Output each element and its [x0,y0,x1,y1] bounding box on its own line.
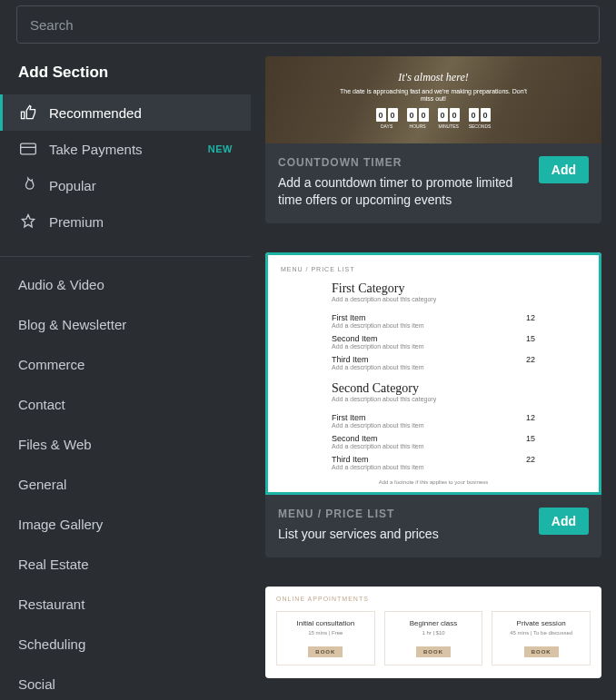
preview-heading: It's almost here! [398,71,468,84]
sidebar-item-label: Popular [49,178,233,193]
book-button: BOOK [416,646,451,657]
sidebar-item-recommended[interactable]: Recommended [0,94,251,131]
card-countdown-timer: It's almost here! The date is approachin… [265,56,601,223]
digit: 0 [481,108,491,122]
menu-item-desc: Add a description about this item [332,364,424,370]
menu-item-price: 22 [526,355,535,364]
appointment-card: Private session 45 mins | To be discusse… [492,611,591,665]
search-input[interactable] [16,5,600,44]
menu-item-row: Second ItemAdd a description about this … [332,330,535,351]
preview-appointments[interactable]: ONLINE APPOINTMENTS Initial consultation… [265,587,601,678]
menu-item-price: 15 [526,434,535,443]
menu-item-name: First Item [332,413,424,422]
sidebar: Add Section Recommended Take Payments NE… [0,44,251,700]
menu-item-row: First ItemAdd a description about this i… [332,409,535,430]
sidebar-item-premium[interactable]: Premium [0,203,251,240]
category-item-files-web[interactable]: Files & Web [0,424,251,464]
sidebar-item-label: Premium [49,214,233,230]
sidebar-item-label: Take Payments [49,142,208,157]
digit-label: SECONDS [469,123,492,129]
card-desc: List your services and prices [278,526,530,543]
category-item-image-gallery[interactable]: Image Gallery [0,504,251,544]
appointment-detail: 45 mins | To be discussed [498,630,584,636]
divider [0,256,251,257]
digit: 0 [388,108,398,122]
countdown-digits: 0 0 DAYS 0 0 HOURS [376,108,492,129]
digit: 0 [419,108,429,122]
new-badge: NEW [208,143,233,154]
menu-item-price: 12 [526,413,535,422]
preview-subtext: The date is approaching fast and we're m… [333,88,533,104]
menu-category-title: First Category [332,281,535,296]
thumbs-up-icon [18,103,38,123]
appointment-card: Initial consultation 15 mins | Free BOOK [276,611,375,665]
card-title: MENU / PRICE LIST [278,508,530,520]
sidebar-item-label: Recommended [49,105,233,121]
section-title: Add Section [0,64,251,94]
digit-label: DAYS [376,123,398,129]
menu-item-row: First ItemAdd a description about this i… [332,310,535,330]
book-button: BOOK [524,646,559,657]
appointment-card: Beginner class 1 hr | $10 BOOK [384,611,483,665]
menu-item-row: Second ItemAdd a description about this … [332,430,535,451]
category-list: Audio & Video Blog & Newsletter Commerce… [0,264,251,700]
digit: 0 [450,108,460,122]
menu-item-desc: Add a description about this item [332,322,424,329]
digit: 0 [407,108,417,122]
appointment-detail: 1 hr | $10 [391,630,477,636]
menu-item-name: Second Item [332,434,424,443]
menu-item-name: Third Item [332,355,424,364]
menu-item-name: First Item [332,313,424,322]
preview-menu[interactable]: MENU / PRICE LIST First Category Add a d… [265,252,601,495]
menu-category-sub: Add a description about this category [332,396,535,402]
category-item-restaurant[interactable]: Restaurant [0,584,251,624]
preview-crumb: ONLINE APPOINTMENTS [276,596,591,602]
star-icon [18,212,38,232]
preview-countdown[interactable]: It's almost here! The date is approachin… [265,56,601,143]
category-item-social[interactable]: Social [0,664,251,700]
add-button[interactable]: Add [539,508,589,535]
menu-item-name: Third Item [332,455,424,464]
appointment-title: Initial consultation [283,619,369,627]
category-item-contact[interactable]: Contact [0,384,251,424]
appointment-title: Private session [498,619,584,627]
sidebar-item-take-payments[interactable]: Take Payments NEW [0,131,251,167]
menu-item-desc: Add a description about this item [332,422,424,429]
menu-item-row: Third ItemAdd a description about this i… [332,351,535,372]
appointment-detail: 15 mins | Free [283,630,369,636]
menu-item-name: Second Item [332,334,424,343]
menu-footnote: Add a footnote if this applies to your b… [281,479,586,485]
menu-item-desc: Add a description about this item [332,443,424,449]
menu-item-price: 12 [526,313,535,322]
menu-item-price: 15 [526,334,535,343]
digit: 0 [438,108,448,122]
category-item-real-estate[interactable]: Real Estate [0,544,251,584]
book-button: BOOK [308,646,343,657]
category-item-commerce[interactable]: Commerce [0,344,251,384]
category-item-general[interactable]: General [0,464,251,504]
primary-nav: Recommended Take Payments NEW Popular P [0,94,251,240]
card-icon [18,139,38,159]
digit-label: MINUTES [438,123,460,129]
card-title: COUNTDOWN TIMER [278,156,530,169]
svg-rect-0 [21,143,36,154]
menu-category-sub: Add a description about this category [332,296,535,302]
preview-crumb: MENU / PRICE LIST [281,266,586,272]
add-button[interactable]: Add [539,156,589,183]
digit: 0 [376,108,386,122]
menu-category-title: Second Category [332,381,535,396]
menu-item-desc: Add a description about this item [332,343,424,350]
category-item-audio-video[interactable]: Audio & Video [0,264,251,304]
card-desc: Add a countdown timer to promote limited… [278,174,530,209]
digit-label: HOURS [407,123,429,129]
category-item-blog-newsletter[interactable]: Blog & Newsletter [0,304,251,344]
flame-icon [18,175,38,195]
section-cards[interactable]: It's almost here! The date is approachin… [251,44,616,700]
menu-item-desc: Add a description about this item [332,464,424,470]
category-item-scheduling[interactable]: Scheduling [0,624,251,664]
menu-item-price: 22 [526,455,535,464]
sidebar-item-popular[interactable]: Popular [0,167,251,203]
card-online-appointments: ONLINE APPOINTMENTS Initial consultation… [265,587,601,678]
digit: 0 [469,108,479,122]
card-menu-price-list: MENU / PRICE LIST First Category Add a d… [265,252,601,557]
